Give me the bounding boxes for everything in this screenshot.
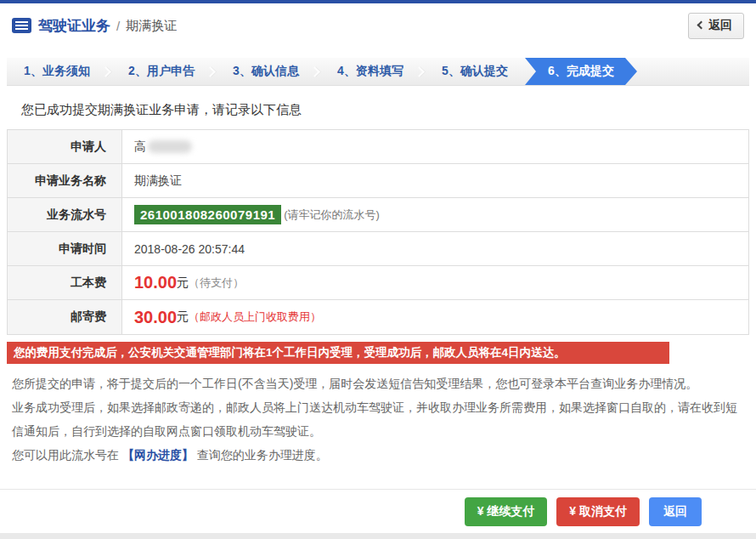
row-label: 申请时间	[8, 232, 122, 265]
step-bar-filler	[637, 58, 749, 85]
postage-unit: 元	[177, 309, 189, 325]
fee-amount: 10.00	[134, 273, 177, 292]
header-back-label: 返回	[708, 18, 732, 33]
page: 驾驶证业务 / 期满换证 返回 1、业务须知 2、用户申告 3、确认信息 4、资…	[0, 0, 756, 539]
row-value: 261001808260079191 (请牢记你的流水号)	[122, 198, 748, 231]
notice-text-block: 您所提交的申请，将于提交后的一个工作日(不含当天)受理，届时会发送短信告知受理结…	[0, 364, 756, 467]
applicant-name: 高	[134, 139, 146, 155]
page-header: 驾驶证业务 / 期满换证 返回	[0, 3, 756, 48]
fee-note: （待支付）	[189, 275, 244, 291]
fee-unit: 元	[177, 275, 189, 291]
list-icon	[12, 18, 31, 33]
step-label: 2、用户申告	[128, 64, 195, 79]
row-label: 申请业务名称	[8, 164, 122, 197]
step-label: 6、完成提交	[548, 64, 614, 79]
step-3-confirm-info: 3、确认信息	[216, 58, 316, 85]
cancel-payment-button[interactable]: ¥ 取消支付	[556, 497, 640, 526]
continue-payment-button[interactable]: ¥ 继续支付	[465, 497, 548, 526]
step-6-complete-submit-active: 6、完成提交	[525, 58, 637, 85]
chevron-left-icon	[697, 21, 706, 30]
notice-paragraph-2: 业务成功受理后，如果选择邮政寄递的，邮政人员将上门送达机动车驾驶证，并收取办理业…	[12, 395, 739, 443]
postage-amount: 30.00	[134, 308, 177, 327]
step-label: 5、确认提交	[442, 64, 508, 79]
table-row-apply-time: 申请时间 2018-08-26 20:57:44	[8, 232, 748, 266]
success-message: 您已成功提交期满换证业务申请，请记录以下信息	[0, 86, 756, 129]
step-label: 4、资料填写	[337, 64, 403, 79]
progress-hint-prefix: 您可以用此流水号在	[12, 448, 119, 462]
progress-menu-reference: 【网办进度】	[122, 448, 194, 462]
payment-warning-banner: 您的费用支付完成后，公安机关交通管理部门将在1个工作日内受理，受理成功后，邮政人…	[7, 342, 669, 364]
table-row-business-name: 申请业务名称 期满换证	[8, 164, 748, 198]
table-row-postage-fee: 邮寄费 30.00 元 （邮政人员上门收取费用）	[8, 300, 748, 334]
row-value: 2018-08-26 20:57:44	[122, 232, 748, 265]
serial-number-note: (请牢记你的流水号)	[284, 207, 380, 223]
step-label: 1、业务须知	[24, 64, 90, 79]
footer-background-strip	[0, 533, 756, 539]
row-label: 业务流水号	[8, 198, 122, 231]
row-label: 邮寄费	[8, 300, 122, 334]
table-row-serial-number: 业务流水号 261001808260079191 (请牢记你的流水号)	[8, 198, 748, 232]
application-info-table: 申请人 高 申请业务名称 期满换证 业务流水号 2610018082600791…	[7, 129, 749, 335]
step-1-business-notice: 1、业务须知	[7, 58, 107, 85]
step-label: 3、确认信息	[233, 64, 299, 79]
redacted-name-blur	[148, 140, 192, 153]
row-value: 10.00 元 （待支付）	[122, 266, 748, 299]
row-value: 30.00 元 （邮政人员上门收取费用）	[122, 300, 748, 334]
step-4-fill-data: 4、资料填写	[320, 58, 420, 85]
breadcrumb-current: 期满换证	[126, 18, 177, 34]
row-value: 期满换证	[122, 164, 748, 197]
return-button[interactable]: 返回	[649, 497, 702, 526]
page-title: 驾驶证业务	[38, 16, 110, 36]
row-value: 高	[122, 130, 748, 163]
step-5-confirm-submit: 5、确认提交	[425, 58, 525, 85]
table-row-applicant: 申请人 高	[8, 130, 748, 164]
breadcrumb-separator: /	[116, 19, 120, 33]
step-progress-bar: 1、业务须知 2、用户申告 3、确认信息 4、资料填写 5、确认提交 6、完成提…	[7, 58, 749, 86]
action-button-bar: ¥ 继续支付 ¥ 取消支付 返回	[0, 489, 756, 533]
serial-number-badge: 261001808260079191	[134, 205, 281, 224]
notice-paragraph-1: 您所提交的申请，将于提交后的一个工作日(不含当天)受理，届时会发送短信告知受理结…	[12, 372, 739, 395]
row-label: 工本费	[8, 266, 122, 299]
progress-hint-line: 您可以用此流水号在 【网办进度】 查询您的业务办理进度。	[12, 443, 739, 467]
progress-hint-suffix: 查询您的业务办理进度。	[197, 448, 328, 462]
postage-note: （邮政人员上门收取费用）	[189, 309, 321, 325]
row-label: 申请人	[8, 130, 122, 163]
header-back-button[interactable]: 返回	[688, 13, 744, 39]
table-row-production-fee: 工本费 10.00 元 （待支付）	[8, 266, 748, 300]
step-2-user-declaration: 2、用户申告	[111, 58, 212, 85]
